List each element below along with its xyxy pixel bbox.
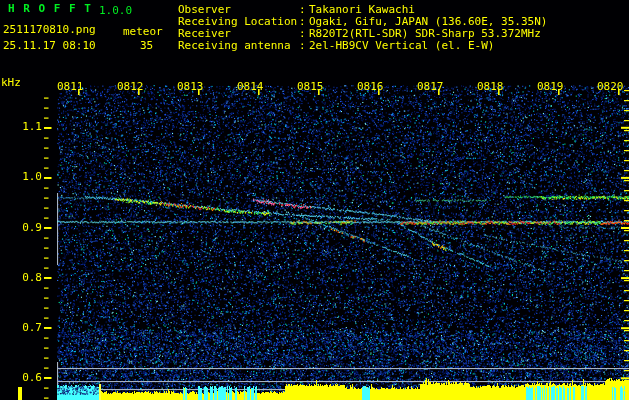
- x-axis-tick-label: 0817: [417, 81, 449, 92]
- hrofft-output-image: { "app": { "title": "H R O F F T", "vers…: [0, 0, 629, 400]
- x-axis-tick-label: 0820: [597, 81, 629, 92]
- app-title: H R O F F T: [8, 3, 92, 14]
- y-axis-unit-label: kHz: [1, 77, 21, 88]
- x-axis-tick-label: 0815: [297, 81, 329, 92]
- y-axis-tick-label: 0.8: [0, 272, 42, 283]
- y-axis-tick-label: 0.6: [0, 372, 42, 383]
- y-axis-tick-label: 1.0: [0, 171, 42, 182]
- output-filename: 2511170810.png: [3, 24, 96, 35]
- station-info: Observer:Takanori Kawachi Receiving Loca…: [178, 4, 547, 52]
- y-axis-tick-label: 0.9: [0, 222, 42, 233]
- info-row-antenna: Receiving antenna:2el-HB9CV Vertical (el…: [178, 40, 547, 52]
- x-axis-tick-label: 0818: [477, 81, 509, 92]
- app-version: 1.0.0: [99, 5, 132, 16]
- y-axis-tick-label: 1.1: [0, 121, 42, 132]
- info-value: 2el-HB9CV Vertical (el. E-W): [309, 40, 494, 52]
- meteor-count: 35: [140, 40, 153, 51]
- mode-label: meteor: [123, 26, 163, 37]
- x-axis-tick-label: 0813: [177, 81, 209, 92]
- x-axis-tick-label: 0812: [117, 81, 149, 92]
- datetime-label: 25.11.17 08:10: [3, 40, 96, 51]
- x-axis-tick-label: 0811: [57, 81, 89, 92]
- x-axis-tick-label: 0816: [357, 81, 389, 92]
- spectrogram-canvas: [0, 0, 629, 400]
- y-axis-tick-label: 0.7: [0, 322, 42, 333]
- x-axis-tick-label: 0819: [537, 81, 569, 92]
- info-colon: :: [299, 40, 309, 52]
- info-label: Receiving antenna: [178, 40, 299, 52]
- x-axis-tick-label: 0814: [237, 81, 269, 92]
